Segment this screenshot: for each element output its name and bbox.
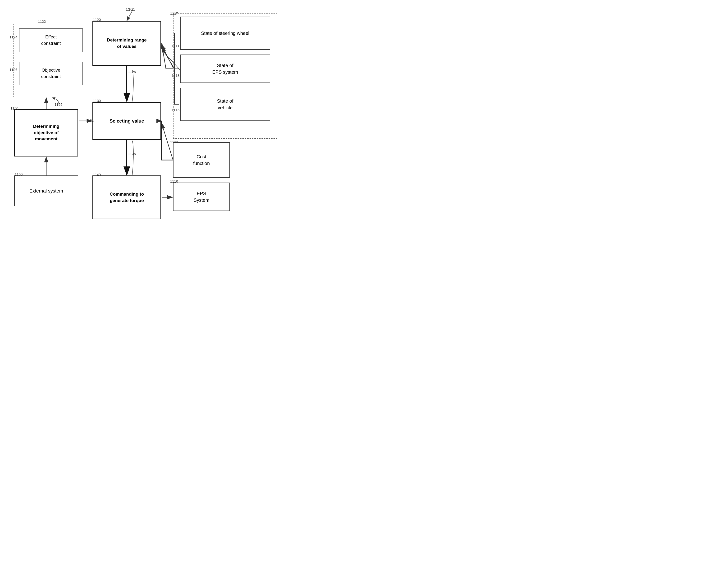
state-vehicle-label: State ofvehicle: [217, 98, 234, 111]
label-1125: 1125: [128, 70, 136, 74]
label-1117: 1117: [170, 12, 178, 16]
label-1113: 1113: [172, 74, 179, 78]
label-1124: 1124: [9, 35, 17, 39]
selecting-value-box: Selecting value: [92, 102, 161, 140]
state-eps-box: State ofEPS system: [180, 55, 270, 83]
external-system-label: External system: [29, 188, 63, 194]
cost-function-box: Costfunction: [173, 142, 230, 178]
objective-constraint-box: Objectiveconstraint: [19, 62, 83, 85]
determining-objective-box: Determiningobjective ofmovement: [14, 109, 78, 156]
label-1160: 1160: [15, 172, 23, 176]
state-eps-label: State ofEPS system: [212, 62, 238, 76]
label-1140: 1140: [93, 173, 101, 177]
selecting-value-label: Selecting value: [109, 118, 144, 124]
label-1120: 1120: [93, 18, 101, 22]
label-1150: 1150: [10, 106, 18, 110]
determining-objective-label: Determiningobjective ofmovement: [33, 123, 60, 142]
commanding-torque-box: Commanding togenerate torque: [92, 175, 161, 219]
determining-range-label: Determining rangeof values: [107, 37, 147, 49]
label-arrow-1125: [132, 70, 133, 102]
external-system-box: External system: [14, 175, 78, 206]
eps-system-label: EPSSystem: [194, 190, 210, 204]
label-1111: 1111: [172, 44, 179, 48]
label-1155: 1155: [55, 102, 62, 106]
cost-function-label: Costfunction: [193, 153, 210, 167]
label-1126: 1126: [9, 68, 17, 71]
state-steering-wheel-box: State of steering wheel: [180, 17, 270, 50]
label-1122: 1122: [38, 19, 46, 23]
state-steering-wheel-label: State of steering wheel: [201, 30, 249, 37]
effect-constraint-label: Effectconstraint: [41, 34, 61, 46]
arrow-states-to-range: [161, 45, 173, 68]
state-vehicle-box: State ofvehicle: [180, 88, 270, 121]
label-arrow-1135: [132, 141, 133, 175]
label-1101: 1101: [126, 7, 135, 12]
eps-system-box: EPSSystem: [173, 183, 230, 211]
commanding-torque-label: Commanding togenerate torque: [110, 191, 144, 204]
objective-constraint-label: Objectiveconstraint: [41, 67, 61, 80]
label-1115: 1115: [172, 108, 179, 112]
label-1153: 1153: [86, 119, 94, 123]
diagram: State of steering wheel State ofEPS syst…: [0, 0, 284, 235]
arrow-bracket-to-range: [161, 47, 174, 69]
label-1130: 1130: [93, 99, 101, 103]
determining-range-box: Determining rangeof values: [92, 21, 161, 66]
label-1133: 1133: [170, 140, 178, 144]
effect-constraint-box: Effectconstraint: [19, 28, 83, 52]
label-1110: 1110: [170, 179, 178, 183]
label-1135: 1135: [128, 152, 136, 156]
arrow-state-group-to-range: [161, 43, 173, 69]
